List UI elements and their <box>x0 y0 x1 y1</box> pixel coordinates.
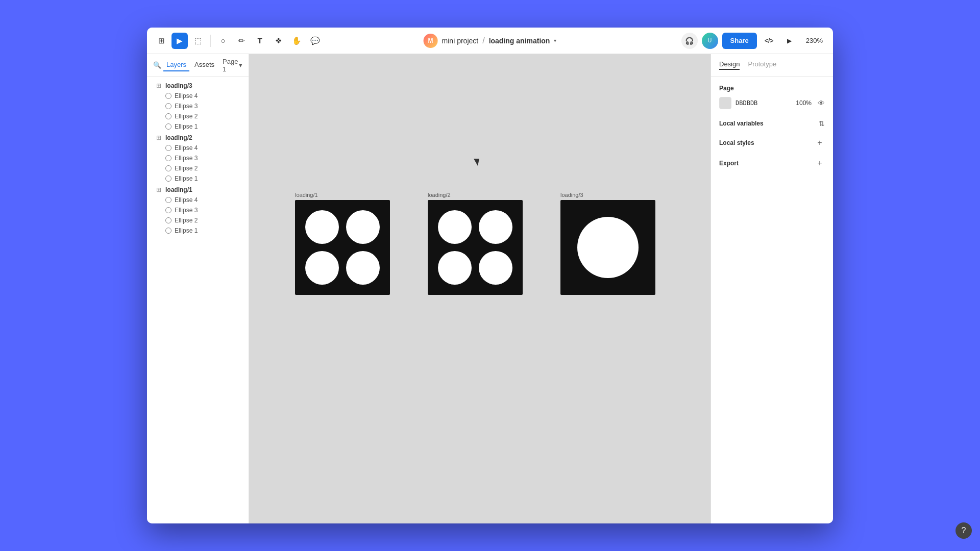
export-title: Export <box>719 160 739 167</box>
list-item[interactable]: Ellipse 1 <box>149 173 247 184</box>
list-item[interactable]: Ellipse 3 <box>149 205 247 215</box>
page-color-row: DBDBDB 100% 👁 <box>719 97 825 109</box>
dot-tr <box>346 210 380 244</box>
pen-tool-button[interactable]: ✏ <box>233 33 250 49</box>
layer-group-header-loading2[interactable]: ⊞ loading/2 <box>149 133 247 143</box>
layer-group-loading3: ⊞ loading/3 Ellipse 4 Ellipse 3 Ellipse … <box>147 81 249 132</box>
list-item[interactable]: Ellipse 4 <box>149 143 247 153</box>
share-button[interactable]: Share <box>722 33 757 49</box>
layer-name: Ellipse 2 <box>175 217 198 224</box>
frame-content-loading3[interactable] <box>560 200 655 295</box>
list-item[interactable]: Ellipse 2 <box>149 111 247 121</box>
list-item[interactable]: Ellipse 3 <box>149 101 247 111</box>
select-tool-button[interactable]: ▶ <box>172 33 188 49</box>
list-item[interactable]: Ellipse 1 <box>149 226 247 236</box>
layer-name: Ellipse 3 <box>175 103 198 110</box>
list-item[interactable]: Ellipse 3 <box>149 153 247 163</box>
file-dropdown-arrow[interactable]: ▾ <box>554 38 556 43</box>
layer-group-header-loading3[interactable]: ⊞ loading/3 <box>149 81 247 91</box>
layer-group-header-loading1[interactable]: ⊞ loading/1 <box>149 185 247 195</box>
code-icon: </> <box>765 37 773 44</box>
list-item[interactable]: Ellipse 4 <box>149 91 247 101</box>
frame-icon: ⬚ <box>194 36 202 45</box>
add-export-button[interactable]: + <box>815 158 825 168</box>
four-circles-layout <box>295 200 390 295</box>
toolbar-right: 🎧 U Share </> ▶ 230% <box>681 33 827 49</box>
shape-tool-button[interactable]: ○ <box>215 33 231 49</box>
comment-icon: 💬 <box>310 36 320 45</box>
ellipse-icon <box>165 207 172 213</box>
component-group-icon: ⊞ <box>155 134 162 141</box>
layer-group-loading1: ⊞ loading/1 Ellipse 4 Ellipse 3 Ellipse … <box>147 185 249 236</box>
tab-assets[interactable]: Assets <box>191 59 217 71</box>
cursor <box>474 159 479 166</box>
comment-tool-button[interactable]: 💬 <box>307 33 323 49</box>
component-tool-button[interactable]: ❖ <box>270 33 286 49</box>
left-panel-tabs: 🔍 Layers Assets Page 1 ▾ <box>147 54 249 77</box>
text-tool-button[interactable]: T <box>252 33 268 49</box>
frame-tool-button[interactable]: ⬚ <box>190 33 206 49</box>
search-button[interactable]: 🔍 <box>153 59 161 71</box>
ellipse-icon <box>165 155 172 161</box>
multiplayer-audio-button[interactable]: 🎧 <box>681 33 698 49</box>
zoom-level[interactable]: 230% <box>802 35 827 46</box>
grid-menu-button[interactable]: ⊞ <box>153 33 169 49</box>
headphone-icon: 🎧 <box>685 37 694 45</box>
ellipse-icon <box>165 228 172 234</box>
layer-name: Ellipse 4 <box>175 196 198 204</box>
ellipse-icon <box>165 103 172 109</box>
project-name[interactable]: mini project <box>442 37 479 45</box>
page-opacity-value: 100% <box>796 99 812 107</box>
frame-content-loading2[interactable] <box>428 200 523 295</box>
hand-tool-button[interactable]: ✋ <box>288 33 305 49</box>
canvas-frame-loading3: loading/3 <box>560 192 655 295</box>
play-icon: ▶ <box>787 37 792 44</box>
dot-br <box>346 251 380 285</box>
page-selector[interactable]: Page 1 ▾ <box>219 56 246 75</box>
visibility-toggle-button[interactable]: 👁 <box>818 99 825 107</box>
export-section: Export + <box>719 158 825 168</box>
layer-name: Ellipse 4 <box>175 144 198 152</box>
file-name[interactable]: loading animation <box>489 37 550 45</box>
user-avatar-button[interactable]: U <box>702 33 718 49</box>
page-dropdown-arrow: ▾ <box>239 61 242 69</box>
grid-icon: ⊞ <box>158 36 165 45</box>
variables-edit-icon[interactable]: ⇅ <box>819 119 825 128</box>
list-item[interactable]: Ellipse 1 <box>149 121 247 132</box>
tab-layers[interactable]: Layers <box>163 59 189 71</box>
layer-name: Ellipse 2 <box>175 113 198 120</box>
frame-label-loading2: loading/2 <box>428 192 451 198</box>
left-panel: 🔍 Layers Assets Page 1 ▾ ⊞ loading/3 <box>147 54 249 523</box>
layer-group-name-loading1: loading/1 <box>165 186 192 193</box>
code-view-button[interactable]: </> <box>761 33 777 49</box>
tab-design[interactable]: Design <box>719 60 740 70</box>
list-item[interactable]: Ellipse 4 <box>149 195 247 205</box>
frame-content-loading1[interactable] <box>295 200 390 295</box>
list-item[interactable]: Ellipse 2 <box>149 215 247 226</box>
layer-name: Ellipse 3 <box>175 155 198 162</box>
page-color-swatch[interactable] <box>719 97 731 109</box>
ellipse-icon <box>165 93 172 99</box>
text-icon: T <box>257 36 262 45</box>
dot-tl <box>438 210 472 244</box>
page-section: Page DBDBDB 100% 👁 <box>719 85 825 109</box>
local-variables-section: Local variables ⇅ <box>719 119 825 128</box>
right-panel-content: Page DBDBDB 100% 👁 Local variables <box>711 77 833 523</box>
present-button[interactable]: ▶ <box>781 33 798 49</box>
canvas[interactable]: loading/1 loading/2 <box>249 54 710 523</box>
search-icon: 🔍 <box>153 61 161 69</box>
add-local-style-button[interactable]: + <box>815 138 825 148</box>
frame-label-loading3: loading/3 <box>560 192 583 198</box>
frame-label-loading1: loading/1 <box>295 192 318 198</box>
layers-list: ⊞ loading/3 Ellipse 4 Ellipse 3 Ellipse … <box>147 77 249 523</box>
tab-prototype[interactable]: Prototype <box>748 60 776 70</box>
ellipse-icon <box>165 165 172 171</box>
local-styles-header: Local styles + <box>719 138 825 148</box>
single-circle <box>577 217 639 278</box>
dot-tr <box>479 210 512 244</box>
list-item[interactable]: Ellipse 2 <box>149 163 247 173</box>
pen-icon: ✏ <box>238 36 245 45</box>
page-section-header: Page <box>719 85 825 92</box>
canvas-frame-loading2: loading/2 <box>428 192 523 295</box>
hand-icon: ✋ <box>292 36 302 45</box>
